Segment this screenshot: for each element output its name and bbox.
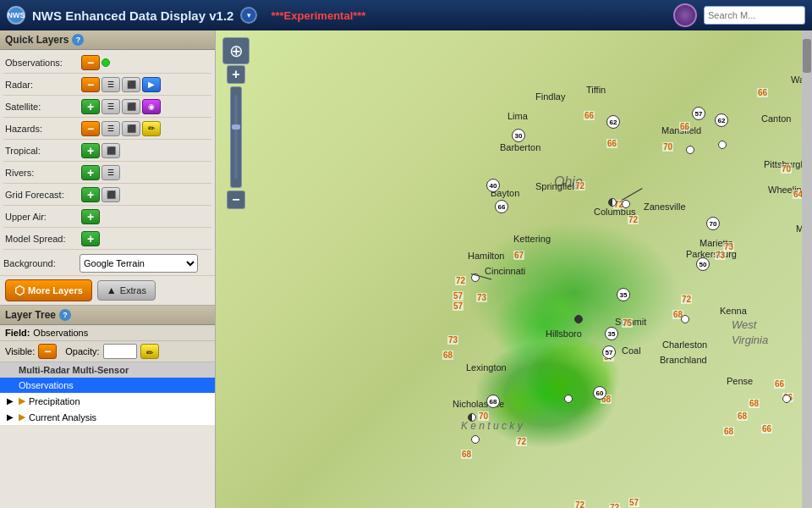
profile-icon[interactable] (673, 3, 697, 27)
layer-tree-section: Layer Tree ? Field: Observations Visible… (0, 306, 215, 425)
compass-icon: ⊕ (229, 42, 244, 59)
upper-air-row: Upper Air: + (3, 206, 211, 228)
route-circle-2: 62 (606, 115, 620, 129)
quick-layers-table: Observations: − Radar: − ☰ ⬛ ▶ Satellite… (0, 50, 215, 251)
model-spread-toggle-btn[interactable]: + (81, 231, 100, 246)
map-area[interactable]: Ohio West Virginia Pennsylva... K e n t … (216, 30, 812, 508)
more-layers-button[interactable]: ⬡ More Layers (5, 279, 92, 301)
upper-air-toggle-btn[interactable]: + (81, 209, 100, 224)
observations-label: Observations: (5, 58, 81, 68)
layer-tree-help-icon[interactable]: ? (59, 309, 71, 321)
hazards-list-btn[interactable]: ☰ (102, 121, 120, 136)
plus-icon: + (87, 145, 94, 157)
rivers-label: Rivers: (5, 168, 81, 178)
nws-logo: NWS (7, 6, 25, 25)
extras-button[interactable]: ▲ Extras (97, 280, 156, 301)
satellite-list-btn[interactable]: ☰ (102, 99, 120, 114)
tree-item-label: Observations (19, 380, 74, 390)
tropical-split-btn[interactable]: ⬛ (102, 143, 120, 158)
upper-air-label: Upper Air: (5, 212, 81, 222)
grid-forecast-row: Grid Forecast: + ⬛ (3, 184, 211, 206)
tree-item-multi-radar[interactable]: Multi-Radar Multi-Sensor (0, 362, 215, 378)
background-select[interactable]: Google TerrainGoogle SatelliteGoogle Roa… (80, 254, 198, 273)
plus-icon: + (87, 189, 94, 201)
pencil-icon: ✏ (148, 124, 155, 133)
extras-icon: ▲ (107, 284, 117, 296)
color-icon: ◉ (148, 102, 155, 111)
route-circle-6: 50 (696, 257, 710, 271)
radar-toggle-btn[interactable]: − (81, 77, 100, 92)
tree-item-current-analysis[interactable]: ▶ ▶ Current Analysis (0, 409, 215, 425)
satellite-color-btn[interactable]: ◉ (142, 99, 161, 114)
map-scroll-thumb[interactable] (803, 39, 811, 73)
set-icon: ✏ (146, 348, 153, 357)
split-icon: ⬛ (107, 190, 116, 199)
hazards-split-btn[interactable]: ⬛ (122, 121, 140, 136)
layer-tree-header: Layer Tree ? (0, 306, 215, 325)
hazards-toggle-btn[interactable]: − (81, 121, 100, 136)
background-label: Background: (3, 258, 80, 268)
compass-button[interactable]: ⊕ (222, 37, 250, 64)
grid-forecast-label: Grid Forecast: (5, 190, 81, 200)
radar-list-btn[interactable]: ☰ (102, 77, 120, 92)
route-circle-13: 40 (486, 179, 500, 192)
satellite-row: Satellite: + ☰ ⬛ ◉ (3, 96, 211, 118)
tree-item-precipitation[interactable]: ▶ ▶ Precipitation (0, 393, 215, 409)
app-title: NWS Enhanced Data Display v1.2 (32, 8, 233, 23)
tree-item-label: Multi-Radar Multi-Sensor (19, 365, 129, 375)
zoom-slider[interactable] (230, 86, 242, 188)
satellite-toggle-btn[interactable]: + (81, 99, 100, 114)
model-spread-label: Model Spread: (5, 234, 81, 244)
tree-item-observations[interactable]: Observations (0, 378, 215, 393)
tropical-toggle-btn[interactable]: + (81, 143, 100, 158)
observations-toggle-btn[interactable]: − (81, 55, 100, 70)
grid-forecast-toggle-btn[interactable]: + (81, 187, 100, 202)
zoom-track (234, 95, 238, 179)
zoom-thumb[interactable] (232, 124, 240, 130)
satellite-split-btn[interactable]: ⬛ (122, 99, 140, 114)
field-value: Observations (33, 328, 88, 338)
route-circle-4: 30 (512, 129, 525, 142)
minus-icon: − (44, 345, 51, 357)
action-row: ⬡ More Layers ▲ Extras (0, 276, 215, 306)
route-circle-7: 35 (617, 288, 630, 301)
search-input[interactable] (704, 6, 805, 25)
opacity-set-btn[interactable]: ✏ (140, 344, 159, 359)
tropical-row: Tropical: + ⬛ (3, 140, 211, 162)
quick-layers-header: Quick Layers ? (0, 30, 215, 50)
route-circle-12: 66 (495, 200, 508, 213)
folder-icon: ▶ (19, 395, 25, 406)
tropical-label: Tropical: (5, 146, 81, 156)
opacity-input[interactable] (103, 344, 137, 359)
visible-label: Visible: (5, 346, 35, 356)
zoom-in-button[interactable]: + (227, 65, 245, 84)
map-background (216, 30, 812, 508)
list-icon: ☰ (107, 168, 114, 177)
tree-item-label: Current Analysis (29, 412, 96, 422)
zoom-out-button[interactable]: − (227, 190, 245, 209)
radar-row: Radar: − ☰ ⬛ ▶ (3, 74, 211, 96)
opacity-label: Opacity: (65, 346, 99, 356)
plus-icon: + (87, 101, 94, 113)
list-icon: ☰ (107, 80, 114, 89)
route-circle-11: 68 (486, 395, 500, 408)
list-icon: ☰ (107, 102, 114, 111)
split-icon: ⬛ (127, 80, 136, 89)
folder-icon: ▶ (19, 411, 25, 422)
map-scrollbar[interactable] (802, 30, 812, 508)
grid-forecast-split-btn[interactable]: ⬛ (102, 187, 120, 202)
split-icon: ⬛ (127, 102, 136, 111)
radar-anim-btn[interactable]: ▶ (142, 77, 161, 92)
rivers-toggle-btn[interactable]: + (81, 165, 100, 180)
hazards-draw-btn[interactable]: ✏ (142, 121, 161, 136)
plus-icon: + (87, 211, 94, 223)
radar-split-btn[interactable]: ⬛ (122, 77, 140, 92)
rivers-row: Rivers: + ☰ (3, 162, 211, 184)
plus-icon: + (87, 233, 94, 245)
hazards-row: Hazards: − ☰ ⬛ ✏ (3, 118, 211, 140)
visible-toggle-btn[interactable]: − (38, 344, 57, 359)
rivers-list-btn[interactable]: ☰ (102, 165, 120, 180)
quick-layers-help-icon[interactable]: ? (72, 34, 84, 46)
left-panel: Quick Layers ? Observations: − Radar: − … (0, 30, 216, 508)
radar-label: Radar: (5, 80, 81, 90)
